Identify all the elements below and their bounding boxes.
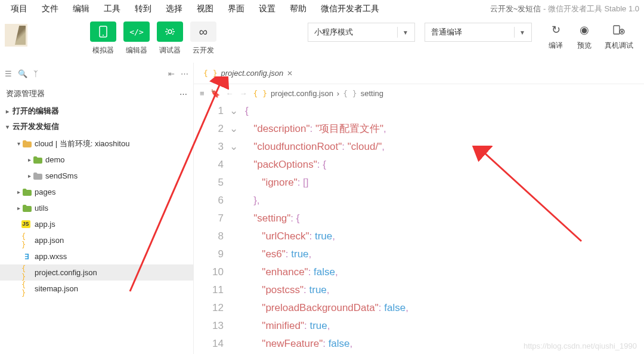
tree-label: app.wxss — [35, 252, 67, 261]
editor-tab[interactable]: { } project.config.json ✕ — [199, 69, 298, 78]
back-icon[interactable]: ← — [226, 89, 234, 98]
editor-label: 编辑器 — [126, 45, 147, 56]
tree-row[interactable]: ▸demo — [0, 152, 193, 168]
breadcrumb-file[interactable]: project.config.json — [271, 89, 333, 98]
tree-row[interactable]: ∃app.wxss — [0, 248, 193, 264]
sidebar: ☰ 🔍 ᛉ ⇤ ⋯ 资源管理器⋯ ▸打开的编辑器 ▾云开发发短信 ▾cloud … — [0, 63, 194, 354]
file-icon: { } — [21, 232, 32, 249]
body: ☰ 🔍 ᛉ ⇤ ⋯ 资源管理器⋯ ▸打开的编辑器 ▾云开发发短信 ▾cloud … — [0, 63, 644, 354]
breadcrumb: ≡ 🔖 ← → { } project.config.json › { } se… — [194, 84, 644, 102]
remote-debug-button[interactable] — [611, 21, 627, 38]
bookmark-icon[interactable]: 🔖 — [210, 89, 220, 98]
list-icon[interactable]: ≡ — [200, 89, 205, 98]
chevron-icon: ▸ — [26, 156, 32, 163]
preview-button[interactable]: ◉ — [576, 21, 593, 38]
debugger-button[interactable] — [157, 21, 183, 42]
tree-label: sitemap.json — [35, 284, 78, 293]
simulator-label: 模拟器 — [92, 45, 114, 56]
preview-label: 预览 — [577, 41, 592, 51]
tab-label: project.config.json — [221, 69, 283, 78]
tree-row[interactable]: ▸sendSms — [0, 168, 193, 184]
collapse-icon[interactable]: ⇤ — [168, 69, 175, 78]
simulator-button[interactable] — [90, 21, 116, 42]
sidebar-iconbar: ☰ 🔍 ᛉ ⇤ ⋯ — [0, 63, 193, 84]
cloud-label: 云开发 — [193, 45, 214, 56]
tree-label: project.config.json — [35, 268, 97, 277]
menu-item[interactable]: 帮助 — [284, 1, 312, 17]
file-icon — [32, 156, 43, 164]
file-icon: { } — [21, 281, 32, 297]
code-editor[interactable]: 1234567891011121314 ⌄⌄⌄ { "description":… — [194, 102, 644, 353]
list-icon[interactable]: ☰ — [5, 69, 12, 78]
file-icon: JS — [21, 220, 32, 228]
avatar[interactable] — [5, 24, 27, 47]
tree-label: utils — [35, 204, 48, 213]
menu-item[interactable]: 文件 — [36, 1, 64, 17]
compile-dropdown[interactable]: 普通编译▼ — [425, 23, 532, 42]
file-icon: ∃ — [21, 253, 32, 261]
toolbar: 模拟器 </>编辑器 调试器 ∞云开发 小程序模式▼ 普通编译▼ ↻编译 ◉预览… — [0, 18, 644, 63]
window-title: 云开发~发短信 - 微信开发者工具 Stable 1.0 — [490, 4, 639, 14]
svg-rect-3 — [614, 26, 620, 34]
chevron-down-icon: ▾ — [6, 124, 9, 130]
file-icon — [32, 173, 43, 180]
tree-row[interactable]: ▸pages — [0, 184, 193, 200]
editor-button[interactable]: </> — [123, 21, 150, 42]
forward-icon[interactable]: → — [240, 89, 247, 98]
compile-button[interactable]: ↻ — [547, 21, 564, 38]
chevron-down-icon: ▼ — [519, 29, 525, 36]
json-icon: { } — [203, 69, 217, 78]
tree-row[interactable]: ▸utils — [0, 200, 193, 216]
chevron-icon: ▸ — [26, 173, 32, 179]
menu-item[interactable]: 转到 — [129, 1, 157, 17]
menu-item[interactable]: 选择 — [160, 1, 188, 17]
json-icon: { } — [253, 89, 267, 98]
chevron-icon: ▸ — [16, 189, 21, 195]
compile-label: 编译 — [549, 41, 563, 51]
tree-row[interactable]: { }sitemap.json — [0, 281, 193, 297]
svg-point-2 — [168, 30, 172, 33]
watermark: https://blog.csdn.net/qiushi_1990 — [524, 341, 637, 350]
chevron-right-icon: › — [337, 89, 339, 98]
file-icon — [21, 205, 32, 212]
tree-row[interactable]: JSapp.js — [0, 216, 193, 232]
section-project[interactable]: ▾云开发发短信 — [0, 119, 193, 134]
tree-label: pages — [35, 187, 55, 196]
chevron-icon: ▾ — [16, 140, 21, 147]
menu-item[interactable]: 编辑 — [67, 1, 95, 17]
svg-point-1 — [103, 35, 104, 36]
menu-item[interactable]: 设置 — [253, 1, 281, 17]
chevron-icon: ▸ — [16, 205, 21, 211]
file-icon: { } — [21, 264, 32, 281]
file-tree: ▾cloud | 当前环境: xiaoshitou▸demo▸sendSms▸p… — [0, 134, 193, 298]
mode-dropdown[interactable]: 小程序模式▼ — [308, 23, 415, 42]
cloud-button[interactable]: ∞ — [190, 21, 216, 42]
branch-icon[interactable]: ᛉ — [33, 69, 38, 78]
menu-item[interactable]: 项目 — [5, 1, 33, 17]
explorer-more-icon[interactable]: ⋯ — [179, 90, 187, 98]
tree-label: cloud | 当前环境: xiaoshitou — [35, 138, 129, 149]
tree-label: app.json — [35, 236, 64, 245]
editor-area: { } project.config.json ✕ ≡ 🔖 ← → { } pr… — [194, 63, 644, 354]
menu-item[interactable]: 工具 — [98, 1, 126, 17]
menu-item[interactable]: 微信开发者工具 — [315, 1, 385, 17]
search-icon[interactable]: 🔍 — [18, 69, 27, 78]
chevron-right-icon: ▸ — [6, 108, 9, 115]
tree-label: sendSms — [45, 171, 78, 180]
close-icon[interactable]: ✕ — [287, 69, 293, 78]
remote-debug-label: 真机调试 — [605, 41, 633, 51]
explorer-header: 资源管理器⋯ — [0, 84, 193, 103]
file-icon — [21, 140, 32, 147]
tree-row[interactable]: ▾cloud | 当前环境: xiaoshitou — [0, 136, 193, 152]
tree-label: app.js — [35, 220, 55, 229]
more-icon[interactable]: ⋯ — [181, 69, 188, 78]
menu-item[interactable]: 视图 — [191, 1, 219, 17]
tree-row[interactable]: { }app.json — [0, 232, 193, 248]
breadcrumb-symbol[interactable]: setting — [361, 89, 383, 98]
section-open-editors[interactable]: ▸打开的编辑器 — [0, 103, 193, 119]
menu-item[interactable]: 界面 — [222, 1, 250, 17]
editor-tabbar: { } project.config.json ✕ — [194, 63, 644, 84]
tree-row[interactable]: { }project.config.json — [0, 264, 193, 281]
debugger-label: 调试器 — [159, 45, 181, 56]
chevron-down-icon: ▼ — [402, 29, 408, 36]
